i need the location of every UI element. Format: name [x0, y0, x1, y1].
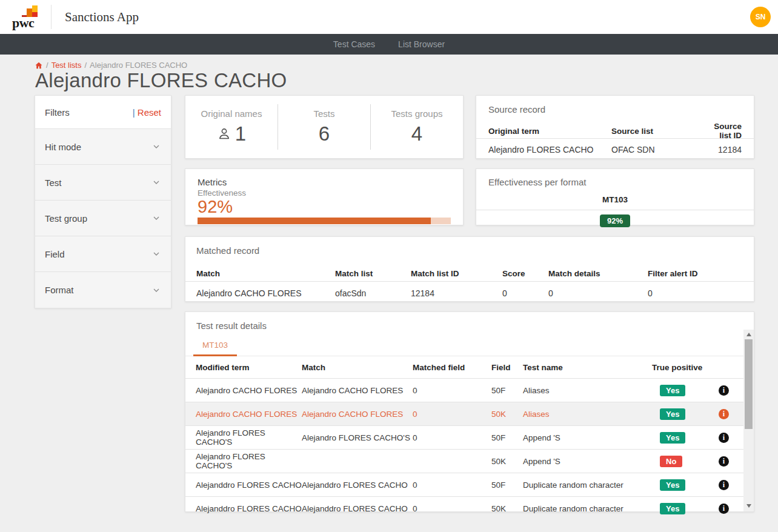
breadcrumb: / Test lists / Alejandro FLORES CACHO	[35, 61, 187, 70]
tab-mt103[interactable]: MT103	[193, 337, 237, 356]
top-nav: Test Cases List Browser	[0, 34, 778, 55]
true-positive-badge: Yes	[660, 432, 685, 444]
matched-record-header: Match Match list Match list ID Score Mat…	[185, 265, 754, 281]
filter-item-test-group[interactable]: Test group	[35, 201, 171, 236]
reset-label: Reset	[138, 107, 161, 118]
vertical-scrollbar[interactable]	[743, 330, 754, 511]
effectiveness-progress-fill	[198, 218, 431, 224]
format-value-row: 92%	[476, 210, 754, 227]
metrics-card: Metrics Effectiveness 92%	[185, 168, 464, 225]
person-icon	[217, 127, 231, 141]
stat-value-tests: 6	[319, 122, 330, 145]
nav-item-test-cases[interactable]: Test Cases	[333, 39, 375, 49]
info-icon[interactable]: i	[719, 480, 729, 490]
filter-item-hit-mode[interactable]: Hit mode	[35, 129, 171, 165]
pwc-logo[interactable]: pwc	[12, 5, 40, 29]
pwc-logo-text: pwc	[12, 17, 34, 29]
nav-item-list-browser[interactable]: List Browser	[398, 39, 445, 49]
effectiveness-per-format-title: Effectiveness per format	[476, 177, 754, 187]
format-effectiveness-badge: 92%	[600, 214, 630, 227]
table-row: Alejandro CACHO FLORES Alejandro CACHO F…	[185, 378, 754, 402]
stat-value-tests-groups: 4	[411, 122, 422, 145]
source-record-title: Source record	[476, 104, 754, 115]
table-row: Alejanddro FLORES CACHO Alejanddro FLORE…	[185, 473, 754, 496]
test-result-header: Modified term Match Matched field Field …	[185, 356, 754, 378]
effectiveness-per-format-card: Effectiveness per format MT103 92%	[476, 168, 754, 225]
app-title: Sanctions App	[65, 10, 139, 25]
filters-panel: Filters | Reset Hit mode Test Test group…	[35, 95, 171, 308]
filters-title: Filters	[45, 107, 70, 118]
filter-item-test[interactable]: Test	[35, 165, 171, 201]
info-icon[interactable]: i	[719, 385, 729, 396]
metrics-title: Metrics	[198, 177, 451, 187]
breadcrumb-separator: /	[46, 61, 48, 70]
scrollbar-down-arrow-icon[interactable]	[743, 501, 754, 510]
source-record-header: Original term Source list Source list ID	[476, 122, 754, 136]
header-divider	[51, 5, 52, 29]
info-icon[interactable]: i	[719, 433, 729, 443]
info-icon[interactable]: i	[719, 409, 729, 419]
scrollbar-thumb[interactable]	[745, 339, 753, 429]
table-row: Alejandro FLORES CACHO'S Alejandro FLORE…	[185, 425, 754, 449]
info-icon[interactable]: i	[719, 456, 729, 467]
filter-item-format[interactable]: Format	[35, 272, 171, 308]
chevron-down-icon	[151, 213, 161, 223]
content: / Test lists / Alejandro FLORES CACHO Al…	[0, 55, 778, 532]
filters-header: Filters | Reset	[35, 96, 171, 129]
chevron-down-icon	[151, 178, 161, 187]
true-positive-badge: Yes	[660, 408, 685, 420]
table-row: Alejandro FLORES CACHO'S 50K Append 'S N…	[185, 449, 754, 473]
chevron-down-icon	[151, 142, 161, 151]
test-result-details-card: Test result details MT103 Modified term …	[185, 311, 754, 512]
reset-filters-button[interactable]: | Reset	[133, 107, 161, 118]
chevron-down-icon	[151, 249, 161, 259]
filter-item-field[interactable]: Field	[35, 236, 171, 272]
page-title: Alejandro FLORES CACHO	[35, 69, 287, 92]
source-record-card: Source record Original term Source list …	[476, 95, 754, 159]
matched-record-card: Matched record Match Match list Match li…	[185, 236, 754, 302]
effectiveness-label: Effectiveness	[198, 188, 451, 198]
chevron-down-icon	[151, 285, 161, 295]
table-row: Alejandro FLORES CACHO OFAC SDN 12184	[476, 138, 754, 160]
stats-card: Original names 1 Tests 6 Tests groups 4	[185, 95, 464, 159]
scrollbar-up-arrow-icon[interactable]	[743, 330, 754, 339]
home-icon[interactable]	[35, 61, 43, 70]
format-column-header: MT103	[476, 195, 754, 204]
stat-value-original-names: 1	[235, 122, 246, 145]
true-positive-badge: No	[660, 456, 682, 467]
tab-bar: MT103	[185, 337, 754, 356]
breadcrumb-current: Alejandro FLORES CACHO	[90, 61, 187, 70]
table-row: Alejandro CACHO FLORES ofacSdn 12184 0 0…	[185, 281, 754, 304]
avatar[interactable]: SN	[750, 7, 771, 27]
matched-record-title: Matched record	[185, 245, 754, 256]
true-positive-badge: Yes	[660, 479, 685, 491]
breadcrumb-separator: /	[84, 61, 87, 70]
stat-original-names: Original names 1	[185, 104, 278, 150]
stat-tests: Tests 6	[278, 104, 371, 150]
effectiveness-progress-track	[198, 218, 451, 224]
true-positive-badge: Yes	[660, 503, 685, 514]
test-result-details-title: Test result details	[185, 321, 754, 331]
effectiveness-value: 92%	[198, 198, 451, 216]
info-icon[interactable]: i	[719, 504, 729, 514]
breadcrumb-link-test-lists[interactable]: Test lists	[52, 61, 82, 70]
table-row-highlighted: Alejandro CACHO FLORES Alejandro CACHO F…	[185, 402, 754, 425]
true-positive-badge: Yes	[660, 385, 685, 396]
reset-separator: |	[133, 107, 135, 118]
stat-tests-groups: Tests groups 4	[371, 104, 463, 150]
table-row: Alejanddro FLORES CACHO Alejanddro FLORE…	[185, 496, 754, 520]
app-header: pwc Sanctions App SN	[0, 0, 778, 34]
